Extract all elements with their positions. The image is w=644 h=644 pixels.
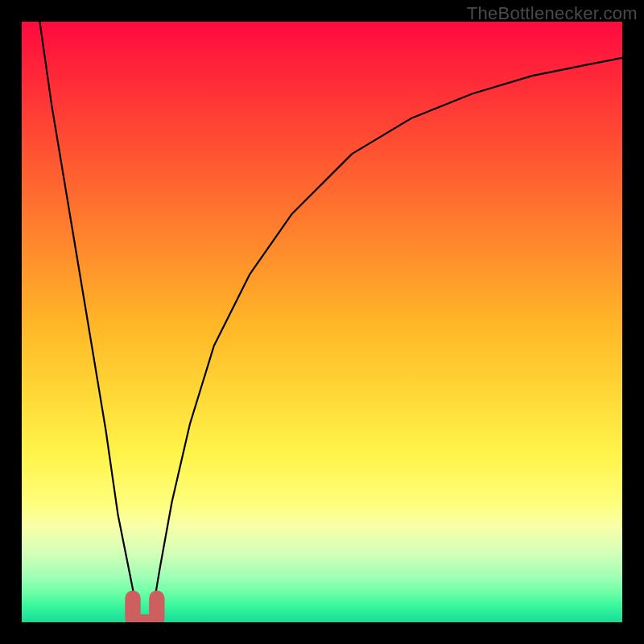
watermark-text: TheBottlenecker.com [467,3,638,24]
chart-plot-area [22,22,622,622]
bottleneck-curve [22,22,622,622]
chart-frame: TheBottlenecker.com [0,0,644,644]
curve-path [39,22,622,622]
